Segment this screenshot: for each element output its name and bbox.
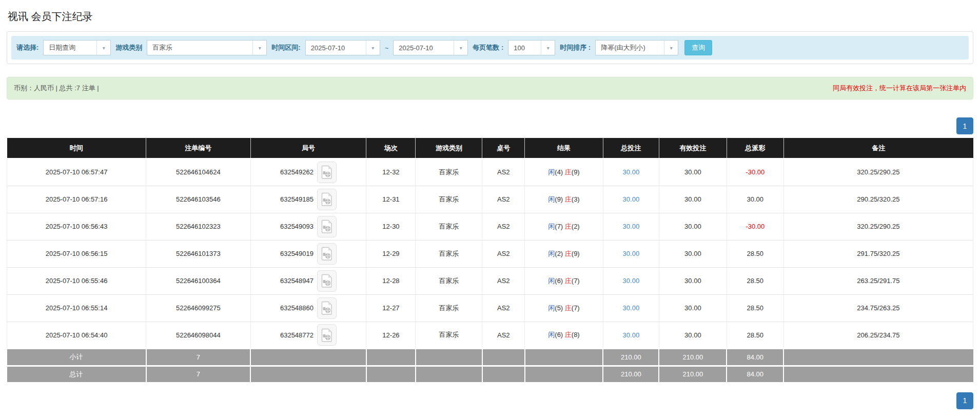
date-to-dropdown[interactable]: 2025-07-10 ▾ <box>393 40 468 55</box>
header-remark: 备注 <box>783 138 973 158</box>
cell-remark: 291.75/320.25 <box>783 240 973 267</box>
result-banker-label: 庄 <box>565 277 572 285</box>
result-player-value: (4) <box>555 168 563 176</box>
video-replay-button[interactable] <box>317 324 337 346</box>
game-category-dropdown[interactable]: 百家乐 ▾ <box>147 40 267 55</box>
total-row: 总计 7 210.00 210.00 84.00 <box>7 366 973 383</box>
video-replay-button[interactable] <box>317 243 337 265</box>
cell-result: 闲(6) 庄(8) <box>525 322 603 349</box>
cell-result: 闲(5) 庄(7) <box>525 294 603 322</box>
round-id-text: 632549093 <box>280 223 313 230</box>
total-total-bet: 210.00 <box>603 366 659 383</box>
time-sort-value: 降幂(由大到小) <box>596 41 664 55</box>
table-row: 2025-07-10 06:55:14 522646099275 6325488… <box>7 294 973 322</box>
subtotal-count: 7 <box>146 349 250 366</box>
cell-valid-bet: 30.00 <box>659 213 727 240</box>
per-page-label: 每页笔数 : <box>473 43 503 52</box>
select-type-label: 请选择: <box>16 43 38 52</box>
total-empty-cell <box>783 366 973 383</box>
cell-payout: 30.00 <box>727 186 783 213</box>
result-banker-value: (2) <box>572 223 580 230</box>
bet-records-table: 时间 注单编号 局号 场次 游戏类别 桌号 结果 总投注 有效投注 总派彩 备注… <box>7 138 973 384</box>
video-file-icon <box>321 247 332 261</box>
cell-table-no: AS2 <box>482 186 525 213</box>
per-page-dropdown[interactable]: 100 ▾ <box>508 40 555 55</box>
result-banker-value: (7) <box>572 277 580 285</box>
video-file-icon <box>321 328 332 342</box>
date-from-value: 2025-07-10 <box>306 41 366 55</box>
cell-session: 12-28 <box>366 267 416 294</box>
result-banker-value: (3) <box>572 195 580 203</box>
payout-value: 28.50 <box>747 304 764 312</box>
table-row: 2025-07-10 06:56:15 522646101373 6325490… <box>7 240 973 267</box>
video-replay-button[interactable] <box>317 270 337 292</box>
result-player-label: 闲 <box>548 331 555 338</box>
total-bet-link[interactable]: 30.00 <box>623 223 640 230</box>
cell-result: 闲(6) 庄(7) <box>525 267 603 294</box>
total-bet-link[interactable]: 30.00 <box>623 277 640 285</box>
result-player-label: 闲 <box>548 223 555 230</box>
table-header-row: 时间 注单编号 局号 场次 游戏类别 桌号 结果 总投注 有效投注 总派彩 备注 <box>7 138 973 158</box>
result-banker-value: (9) <box>572 168 580 176</box>
cell-time: 2025-07-10 06:54:40 <box>7 322 146 349</box>
time-sort-dropdown[interactable]: 降幂(由大到小) ▾ <box>595 40 678 55</box>
result-banker-label: 庄 <box>565 304 572 312</box>
header-valid-bet: 有效投注 <box>659 138 727 158</box>
cell-table-no: AS2 <box>482 294 525 322</box>
round-id-text: 632549262 <box>280 168 313 176</box>
cell-valid-bet: 30.00 <box>659 267 727 294</box>
subtotal-label: 小计 <box>7 349 146 366</box>
header-total-bet: 总投注 <box>603 138 659 158</box>
cell-payout: -30.00 <box>727 213 783 240</box>
pagination-bottom: 1 <box>7 392 973 409</box>
cell-time: 2025-07-10 06:56:43 <box>7 213 146 240</box>
date-to-value: 2025-07-10 <box>394 41 454 55</box>
total-empty-cell <box>416 366 482 383</box>
cell-bet-id: 522646100364 <box>146 267 250 294</box>
round-id-text: 632548860 <box>280 304 313 312</box>
total-count: 7 <box>146 366 250 383</box>
payout-value: 28.50 <box>747 331 764 339</box>
cell-time: 2025-07-10 06:57:16 <box>7 186 146 213</box>
cell-game: 百家乐 <box>416 240 482 267</box>
chevron-down-icon: ▾ <box>252 41 266 55</box>
video-replay-button[interactable] <box>317 162 337 183</box>
filter-strip: 请选择: 日期查询 ▾ 游戏类别 百家乐 ▾ 时间区间: 2025-07-10 … <box>11 36 969 59</box>
chevron-down-icon: ▾ <box>366 41 380 55</box>
subtotal-empty-cell <box>482 349 525 366</box>
table-row: 2025-07-10 06:57:16 522646103546 6325491… <box>7 186 973 213</box>
video-replay-button[interactable] <box>317 189 337 210</box>
cell-remark: 263.25/291.75 <box>783 267 973 294</box>
cell-total-bet: 30.00 <box>603 158 659 186</box>
cell-table-no: AS2 <box>482 240 525 267</box>
date-from-dropdown[interactable]: 2025-07-10 ▾ <box>305 40 380 55</box>
time-sort-label: 时间排序 : <box>560 43 591 52</box>
total-bet-link[interactable]: 30.00 <box>623 250 640 257</box>
subtotal-row: 小计 7 210.00 210.00 84.00 <box>7 349 973 366</box>
page-1-button[interactable]: 1 <box>956 392 973 409</box>
cell-round-id: 632549185 <box>250 186 366 213</box>
page-1-button[interactable]: 1 <box>956 117 973 134</box>
cell-game: 百家乐 <box>416 322 482 349</box>
video-file-icon <box>321 301 332 315</box>
search-button[interactable]: 查询 <box>684 40 712 55</box>
total-bet-link[interactable]: 30.00 <box>623 304 640 312</box>
round-id-text: 632549185 <box>280 195 313 203</box>
video-replay-button[interactable] <box>317 297 337 319</box>
cell-table-no: AS2 <box>482 267 525 294</box>
header-result: 结果 <box>525 138 603 158</box>
game-category-label: 游戏类别 <box>115 43 142 52</box>
page-title: 视讯 会员下注纪录 <box>7 0 973 31</box>
total-bet-link[interactable]: 30.00 <box>623 331 640 339</box>
cell-payout: 28.50 <box>727 267 783 294</box>
cell-session: 12-32 <box>366 158 416 186</box>
video-replay-button[interactable] <box>317 216 337 237</box>
total-bet-link[interactable]: 30.00 <box>623 195 640 203</box>
cell-remark: 320.25/290.25 <box>783 158 973 186</box>
cell-session: 12-26 <box>366 322 416 349</box>
cell-round-id: 632548947 <box>250 267 366 294</box>
total-bet-link[interactable]: 30.00 <box>623 168 640 176</box>
video-file-icon <box>321 219 332 233</box>
table-row: 2025-07-10 06:56:43 522646102323 6325490… <box>7 213 973 240</box>
select-type-dropdown[interactable]: 日期查询 ▾ <box>43 40 111 55</box>
